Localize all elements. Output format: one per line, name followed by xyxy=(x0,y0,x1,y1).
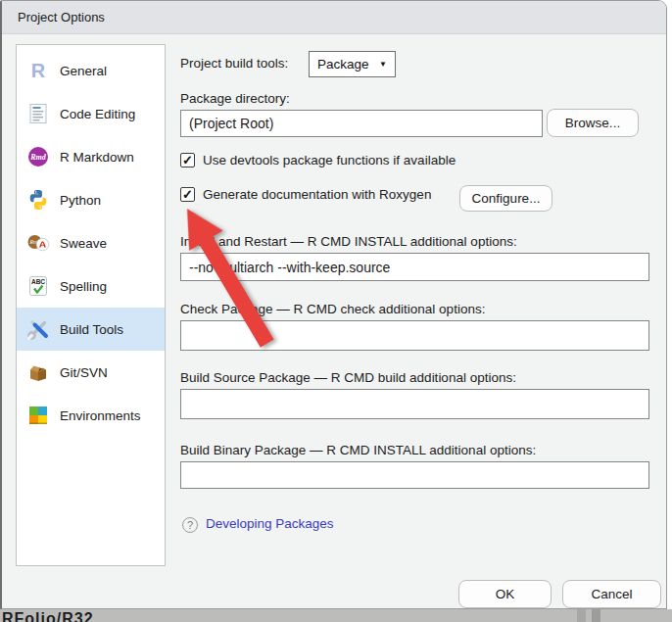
developing-packages-link[interactable]: Developing Packages xyxy=(206,516,334,531)
build-binary-options-input[interactable] xyxy=(180,461,649,489)
project-build-tools-label: Project build tools: xyxy=(180,56,288,71)
roxygen-checkbox[interactable]: ✓ xyxy=(180,187,195,202)
build-tools-select[interactable]: Package ▼ xyxy=(309,51,396,77)
check-package-label: Check Package — R CMD check additional o… xyxy=(180,302,485,316)
browse-button[interactable]: Browse... xyxy=(547,109,639,137)
devtools-checkbox[interactable]: ✓ xyxy=(180,153,195,167)
cancel-button[interactable]: Cancel xyxy=(562,580,661,608)
install-restart-label: Install and Restart — R CMD INSTALL addi… xyxy=(180,234,517,249)
build-tools-selected-value: Package xyxy=(317,57,369,72)
package-directory-label: Package directory: xyxy=(180,91,290,106)
screen: RFolio/R32 Project Options R General Cod… xyxy=(0,0,672,622)
check-package-options-input[interactable] xyxy=(180,320,649,351)
build-source-label: Build Source Package — R CMD build addit… xyxy=(180,370,516,385)
project-options-dialog: Project Options R General Code Editing R… xyxy=(0,0,667,609)
build-binary-label: Build Binary Package — R CMD INSTALL add… xyxy=(180,443,536,457)
background-ui-fragment xyxy=(592,609,600,622)
background-window-strip: RFolio/R32 xyxy=(0,609,672,622)
ok-button[interactable]: OK xyxy=(458,580,552,608)
build-tools-panel: Project build tools: Package ▼ Package d… xyxy=(2,1,666,608)
check-icon: ✓ xyxy=(182,188,193,201)
package-directory-input[interactable] xyxy=(180,110,543,137)
devtools-checkbox-row: ✓ Use devtools package functions if avai… xyxy=(180,153,456,167)
dropdown-caret-icon: ▼ xyxy=(379,60,387,69)
install-restart-options-input[interactable] xyxy=(180,253,649,281)
devtools-checkbox-label: Use devtools package functions if availa… xyxy=(203,153,456,167)
roxygen-checkbox-row: ✓ Generate documentation with Roxygen xyxy=(180,187,431,202)
background-ui-fragment xyxy=(577,609,586,622)
help-icon[interactable]: ? xyxy=(182,517,198,533)
build-source-options-input[interactable] xyxy=(180,389,649,419)
roxygen-checkbox-label: Generate documentation with Roxygen xyxy=(203,187,431,202)
configure-button[interactable]: Configure... xyxy=(459,185,552,212)
check-icon: ✓ xyxy=(182,154,193,167)
background-clipped-text: RFolio/R32 xyxy=(2,610,94,622)
